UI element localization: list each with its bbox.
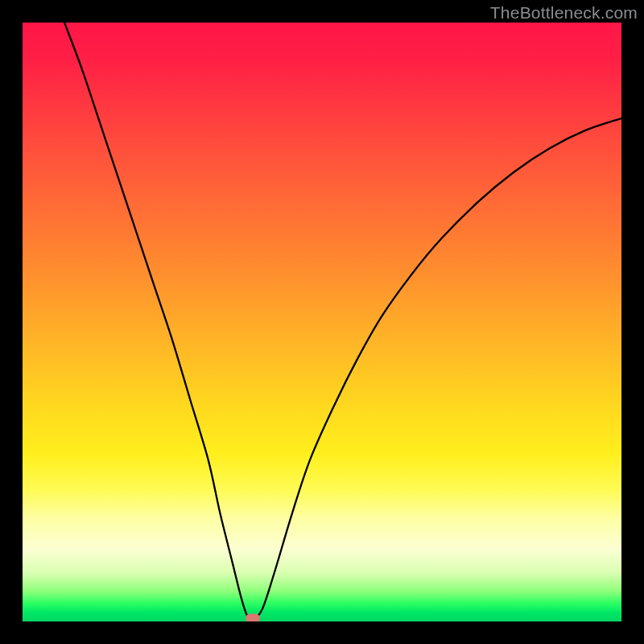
curve-layer xyxy=(23,23,621,621)
minimum-marker xyxy=(246,614,260,621)
chart-stage: TheBottleneck.com xyxy=(0,0,644,644)
plot-area xyxy=(23,23,621,621)
watermark-text: TheBottleneck.com xyxy=(490,3,638,23)
bottleneck-curve xyxy=(64,23,621,619)
